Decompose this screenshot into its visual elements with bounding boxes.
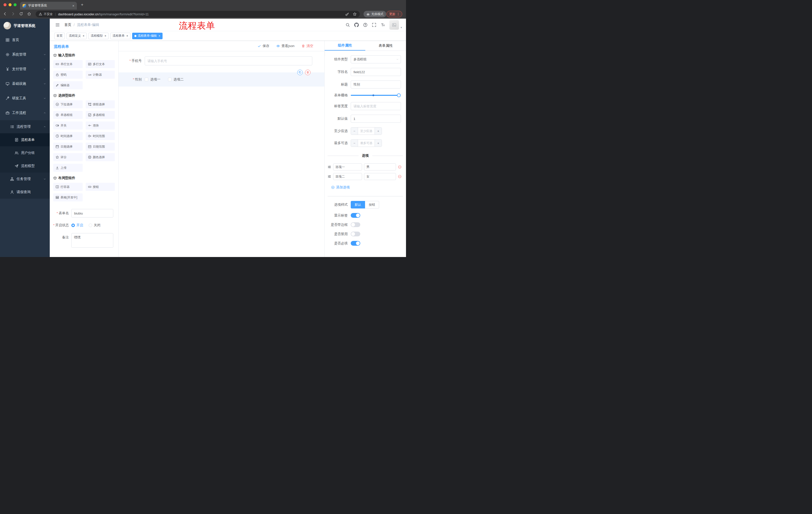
drag-handle-icon[interactable] — [328, 175, 331, 178]
tag-home[interactable]: 首页 — [54, 33, 65, 39]
palette-item-radio-group[interactable]: 单选框组 — [53, 111, 83, 119]
title-input[interactable] — [351, 80, 401, 88]
border-switch[interactable] — [351, 222, 360, 227]
palette-item-table[interactable]: 表格[开发中] — [53, 193, 83, 201]
canvas-field-gender-selected[interactable]: *性别 选项一 选项二 — [119, 73, 324, 86]
stepper-value[interactable]: 至少应选 — [358, 128, 375, 135]
stepper-value[interactable]: 最多可选 — [358, 140, 375, 146]
option-value-input[interactable] — [364, 163, 396, 170]
remove-option-button[interactable] — [398, 165, 402, 169]
palette-item-date-picker[interactable]: 日期选择 — [53, 142, 83, 151]
gender-option1-checkbox[interactable]: 选项一 — [145, 77, 161, 82]
stepper-plus-button[interactable]: + — [375, 128, 382, 135]
sidebar-item-payment-mgmt[interactable]: 支付管理 — [0, 62, 50, 77]
fullscreen-icon[interactable] — [372, 23, 376, 27]
tag-close-icon[interactable]: × — [158, 34, 160, 38]
tab-close-icon[interactable]: × — [72, 4, 75, 7]
tag-close-icon[interactable]: × — [83, 34, 84, 38]
sidebar-item-task-mgmt[interactable]: 任务管理 — [0, 172, 50, 186]
sidebar-item-process-mgmt[interactable]: 流程管理 — [0, 120, 50, 133]
palette-item-editor[interactable]: 编辑器 — [53, 81, 83, 89]
palette-item-checkbox-group[interactable]: 多选框组 — [86, 111, 115, 119]
palette-item-slider[interactable]: 滑块 — [86, 121, 115, 130]
duplicate-component-button[interactable] — [297, 70, 303, 75]
sidebar-item-infrastructure[interactable]: 基础设施 — [0, 77, 50, 91]
palette-item-rate[interactable]: 评分 — [53, 153, 83, 161]
add-option-button[interactable]: 添加选项 — [331, 185, 350, 190]
palette-item-multi-text[interactable]: 多行文本 — [86, 60, 115, 68]
field-name-input[interactable] — [351, 68, 401, 76]
status-radio-on[interactable]: 开启 — [71, 223, 83, 227]
window-close-button[interactable] — [3, 3, 6, 6]
home-icon[interactable] — [27, 12, 31, 16]
window-minimize-button[interactable] — [8, 3, 11, 6]
user-avatar[interactable] — [389, 20, 399, 30]
palette-item-counter[interactable]: 计数器 — [86, 71, 115, 79]
sidebar-item-process-form[interactable]: 流程表单 — [0, 133, 50, 146]
required-switch[interactable] — [351, 241, 360, 246]
palette-item-time-picker[interactable]: 时间选择 — [53, 132, 83, 140]
label-width-input[interactable] — [351, 102, 401, 110]
hamburger-icon[interactable] — [55, 23, 60, 27]
tag-process-form[interactable]: 流程表单 × — [110, 33, 130, 39]
save-button[interactable]: 保存 — [258, 44, 269, 48]
tag-close-icon[interactable]: × — [105, 34, 106, 38]
reload-icon[interactable] — [19, 12, 23, 16]
breadcrumb-home[interactable]: 首页 — [64, 23, 71, 27]
browser-tab[interactable]: 芋道管理系统 × — [20, 2, 77, 9]
phone-input[interactable] — [145, 56, 312, 65]
palette-item-single-text[interactable]: 单行文本 — [53, 60, 83, 68]
grid-slider[interactable] — [351, 95, 399, 96]
status-radio-off[interactable]: 关闭 — [89, 223, 100, 227]
tag-process-form-edit[interactable]: 流程表单-编辑 × — [132, 33, 163, 39]
drag-handle-icon[interactable] — [328, 165, 331, 169]
gender-option2-checkbox[interactable]: 选项二 — [168, 77, 184, 82]
remove-option-button[interactable] — [398, 175, 402, 178]
option-label-input[interactable] — [333, 173, 362, 180]
search-icon[interactable] — [345, 23, 350, 27]
palette-item-date-range[interactable]: 日期范围 — [86, 142, 115, 151]
checkbox-box[interactable] — [168, 78, 172, 81]
default-value-input[interactable] — [351, 115, 401, 123]
palette-item-upload[interactable]: 上传 — [53, 164, 83, 172]
sidebar-item-dev-tools[interactable]: 研发工具 — [0, 91, 50, 106]
canvas-field-phone[interactable]: *手机号 — [121, 56, 312, 65]
option-value-input[interactable] — [364, 173, 396, 180]
forward-icon[interactable] — [11, 12, 15, 16]
tag-close-icon[interactable]: × — [126, 34, 128, 38]
back-ic[interactable] — [3, 12, 7, 16]
style-default-button[interactable]: 默认 — [351, 201, 365, 209]
stepper-minus-button[interactable]: − — [351, 128, 358, 135]
disabled-switch[interactable] — [351, 232, 360, 236]
checkbox-box[interactable] — [145, 78, 148, 81]
slider-handle[interactable] — [397, 93, 401, 97]
palette-item-time-range[interactable]: 时间范围 — [86, 132, 115, 140]
palette-item-row-container[interactable]: 行容器 — [53, 183, 83, 191]
new-tab-button[interactable]: + — [81, 2, 83, 7]
delete-component-button[interactable] — [305, 70, 311, 75]
sidebar-item-system-mgmt[interactable]: 系统管理 — [0, 47, 50, 62]
sidebar-logo[interactable]: 芋道管理系统 — [0, 19, 50, 33]
password-key-icon[interactable] — [345, 12, 349, 16]
bookmark-star-icon[interactable] — [353, 12, 357, 16]
show-label-switch[interactable] — [351, 213, 360, 218]
sidebar-item-home[interactable]: 首页 — [0, 33, 50, 47]
stepper-minus-button[interactable]: − — [351, 140, 358, 146]
tag-process-definition[interactable]: 流程定义 × — [66, 33, 87, 39]
link-icon-button[interactable] — [324, 51, 325, 56]
sidebar-item-user-group[interactable]: 用户分组 — [0, 146, 50, 159]
clear-button[interactable]: 清空 — [301, 44, 313, 48]
sidebar-item-process-model[interactable]: 流程模型 — [0, 159, 50, 172]
component-type-select[interactable]: 多选框组 — [351, 55, 401, 63]
sidebar-item-workflow[interactable]: 工作流程 — [0, 106, 50, 120]
form-name-input[interactable] — [71, 209, 113, 218]
browser-update-button[interactable]: 更新 — [386, 11, 402, 17]
form-remark-textarea[interactable]: 嘿嘿 — [71, 233, 113, 248]
tab-form-props[interactable]: 表单属性 — [365, 41, 406, 51]
browser-menu-dots-icon[interactable] — [397, 12, 400, 16]
font-size-icon[interactable] — [381, 23, 385, 27]
tag-process-model[interactable]: 流程模型 × — [88, 33, 109, 39]
address-bar[interactable]: 不安全 | dashboard.yudao.iocoder.cn /bpm/ma… — [36, 11, 360, 17]
style-button-button[interactable]: 按钮 — [365, 201, 379, 209]
github-icon[interactable] — [354, 23, 359, 27]
